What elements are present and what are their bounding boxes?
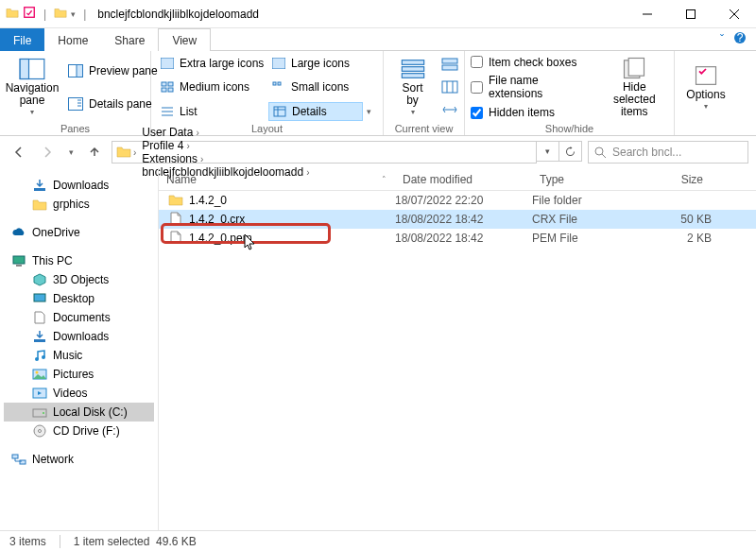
up-button[interactable]: [83, 141, 106, 164]
layout-sm-button[interactable]: Small icons: [268, 78, 363, 95]
layout-details-button[interactable]: Details: [268, 102, 363, 121]
layout-md-button[interactable]: Medium icons: [157, 78, 268, 95]
layout-overflow-icon[interactable]: ▾: [363, 107, 375, 116]
svg-rect-46: [34, 339, 45, 342]
size-columns-icon[interactable]: [441, 103, 458, 119]
tree-node[interactable]: Music: [4, 346, 154, 365]
svg-rect-22: [278, 82, 281, 85]
table-row[interactable]: 1.4.2_0.crx18/08/2022 18:42CRX File50 KB: [159, 210, 756, 229]
svg-rect-30: [402, 67, 423, 72]
tree-node[interactable]: Videos: [4, 384, 154, 403]
svg-rect-16: [272, 58, 285, 69]
svg-rect-18: [168, 82, 173, 86]
tree-node[interactable]: Downloads: [4, 327, 154, 346]
tree-node[interactable]: This PC: [4, 251, 154, 270]
tab-view[interactable]: View: [158, 28, 211, 51]
svg-point-40: [595, 147, 603, 155]
qa-separator: |: [43, 8, 46, 21]
maximize-button[interactable]: [669, 0, 713, 27]
layout-lg-button[interactable]: Large icons: [268, 55, 363, 72]
svg-rect-17: [162, 82, 166, 86]
qa-save-icon[interactable]: [23, 6, 36, 22]
chevron-right-icon[interactable]: ›: [186, 141, 189, 151]
tree-node[interactable]: Network: [4, 450, 154, 469]
tree-node[interactable]: OneDrive: [4, 223, 154, 242]
svg-rect-56: [12, 455, 18, 458]
tree-node[interactable]: Pictures: [4, 365, 154, 384]
add-columns-icon[interactable]: [441, 80, 458, 96]
tree-node[interactable]: Local Disk (C:): [4, 403, 154, 422]
sort-by-button[interactable]: Sort by ▾: [389, 54, 436, 121]
table-row[interactable]: 1.4.2_0.pem18/08/2022 18:42PEM File2 KB: [159, 229, 756, 248]
navigation-tree[interactable]: DownloadsgrphicsOneDriveThis PC3D Object…: [0, 168, 159, 530]
svg-point-47: [35, 357, 39, 361]
tab-file[interactable]: File: [0, 28, 44, 51]
layout-list-button[interactable]: List: [157, 102, 268, 121]
hide-selected-button[interactable]: Hide selected items: [600, 54, 668, 121]
chevron-right-icon[interactable]: ›: [196, 128, 198, 138]
back-button[interactable]: [8, 141, 30, 164]
group-current-label: Current view: [389, 121, 458, 134]
hidden-items-toggle[interactable]: Hidden items: [471, 106, 594, 119]
tree-node[interactable]: Downloads: [4, 176, 154, 195]
svg-rect-8: [20, 59, 28, 78]
svg-rect-2: [687, 9, 696, 18]
svg-rect-29: [402, 60, 423, 65]
file-icon: [168, 212, 183, 228]
svg-rect-11: [69, 98, 83, 111]
svg-rect-21: [273, 82, 276, 85]
breadcrumb[interactable]: User Data›: [138, 126, 313, 139]
group-panes-label: Panes: [6, 121, 145, 134]
column-size[interactable]: Size: [636, 173, 712, 186]
search-icon: [594, 146, 607, 159]
tree-node[interactable]: Documents: [4, 308, 154, 327]
qa-separator-2: |: [83, 8, 86, 21]
svg-rect-20: [168, 88, 173, 92]
svg-rect-15: [161, 58, 174, 69]
options-button[interactable]: Options ▾: [680, 54, 731, 121]
close-button[interactable]: [713, 0, 756, 27]
chevron-right-icon[interactable]: ›: [133, 147, 136, 158]
status-selection: 1 item selected 49.6 KB: [74, 535, 197, 548]
layout-xl-button[interactable]: Extra large icons: [157, 55, 268, 72]
svg-rect-33: [442, 65, 457, 70]
svg-point-50: [36, 371, 39, 374]
tree-node[interactable]: 3D Objects: [4, 270, 154, 289]
tree-node[interactable]: Desktop: [4, 289, 154, 308]
tab-share[interactable]: Share: [101, 28, 158, 51]
folder-icon: [168, 193, 183, 209]
item-checkboxes-toggle[interactable]: Item check boxes: [471, 56, 594, 69]
refresh-button[interactable]: [559, 141, 582, 162]
svg-rect-10: [77, 64, 83, 77]
status-item-count: 3 items: [9, 535, 46, 548]
search-placeholder: Search bncl...: [612, 146, 681, 159]
table-row[interactable]: 1.4.2_018/07/2022 22:20File folder: [159, 191, 756, 210]
qa-dropdown-icon[interactable]: ▾: [71, 9, 76, 19]
svg-rect-42: [34, 188, 45, 191]
group-by-icon[interactable]: [441, 58, 458, 74]
search-input[interactable]: Search bncl...: [588, 141, 748, 164]
qa-folder-icon: [6, 6, 19, 22]
address-dropdown-button[interactable]: ▾: [537, 141, 559, 162]
tree-node[interactable]: grphics: [4, 195, 154, 214]
chevron-down-icon: ▾: [704, 103, 708, 112]
tab-home[interactable]: Home: [44, 28, 101, 51]
breadcrumb[interactable]: Profile 4›: [138, 139, 313, 152]
forward-button[interactable]: [36, 141, 59, 164]
help-icon[interactable]: ?: [733, 31, 747, 47]
ribbon-expand-icon[interactable]: ˇ: [720, 33, 724, 46]
file-extensions-toggle[interactable]: File name extensions: [471, 74, 594, 100]
breadcrumb[interactable]: Extensions›: [138, 152, 313, 165]
preview-pane-button[interactable]: Preview pane: [64, 62, 162, 79]
details-pane-button[interactable]: Details pane: [64, 95, 162, 112]
column-date[interactable]: Date modified: [395, 173, 532, 186]
tree-node[interactable]: CD Drive (F:): [4, 422, 154, 440]
address-bar[interactable]: › User Data›Profile 4›Extensions›bnclejf…: [112, 141, 537, 164]
navigation-pane-button[interactable]: Navigation pane ▾: [6, 54, 59, 121]
column-type[interactable]: Type: [532, 173, 636, 186]
chevron-right-icon[interactable]: ›: [200, 154, 203, 164]
recent-locations-button[interactable]: ▾: [64, 141, 77, 164]
column-name[interactable]: Name˄: [159, 173, 395, 186]
minimize-button[interactable]: [626, 0, 669, 27]
svg-rect-0: [25, 8, 35, 18]
